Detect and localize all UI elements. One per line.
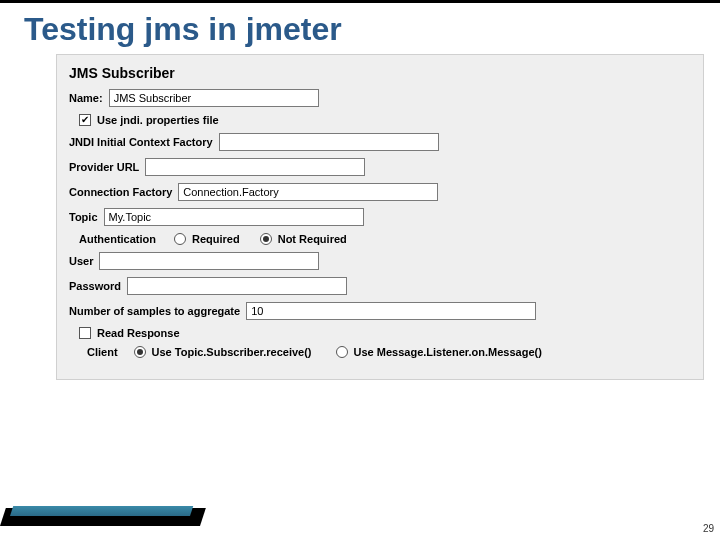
- client-row: Client Use Topic.Subscriber.receive() Us…: [87, 346, 691, 358]
- topic-input[interactable]: [104, 208, 364, 226]
- slide-accent: [0, 496, 220, 526]
- slide-title: Testing jms in jmeter: [0, 11, 720, 54]
- samples-label: Number of samples to aggregate: [69, 305, 240, 317]
- provider-url-input[interactable]: [145, 158, 365, 176]
- auth-required-label: Required: [192, 233, 240, 245]
- user-row: User: [69, 252, 691, 270]
- jndi-context-row: JNDI Initial Context Factory: [69, 133, 691, 151]
- topic-row: Topic: [69, 208, 691, 226]
- user-label: User: [69, 255, 93, 267]
- auth-required-radio[interactable]: [174, 233, 186, 245]
- jndi-context-input[interactable]: [219, 133, 439, 151]
- provider-url-label: Provider URL: [69, 161, 139, 173]
- read-response-row: Read Response: [79, 327, 691, 339]
- password-label: Password: [69, 280, 121, 292]
- read-response-checkbox[interactable]: [79, 327, 91, 339]
- auth-not-required-radio[interactable]: [260, 233, 272, 245]
- use-jndi-label: Use jndi. properties file: [97, 114, 219, 126]
- authentication-label: Authentication: [79, 233, 156, 245]
- auth-not-required-label: Not Required: [278, 233, 347, 245]
- config-panel: JMS Subscriber Name: ✔ Use jndi. propert…: [56, 54, 704, 380]
- samples-row: Number of samples to aggregate: [69, 302, 691, 320]
- user-input[interactable]: [99, 252, 319, 270]
- use-jndi-row: ✔ Use jndi. properties file: [79, 114, 691, 126]
- client-receive-radio[interactable]: [134, 346, 146, 358]
- connection-factory-label: Connection Factory: [69, 186, 172, 198]
- password-row: Password: [69, 277, 691, 295]
- authentication-row: Authentication Required Not Required: [79, 233, 691, 245]
- samples-input[interactable]: [246, 302, 536, 320]
- client-receive-label: Use Topic.Subscriber.receive(): [152, 346, 312, 358]
- page-number: 29: [703, 523, 714, 534]
- jndi-context-label: JNDI Initial Context Factory: [69, 136, 213, 148]
- connection-factory-row: Connection Factory: [69, 183, 691, 201]
- use-jndi-checkbox[interactable]: ✔: [79, 114, 91, 126]
- panel-heading: JMS Subscriber: [69, 65, 691, 81]
- name-input[interactable]: [109, 89, 319, 107]
- client-label: Client: [87, 346, 118, 358]
- client-listener-label: Use Message.Listener.on.Message(): [354, 346, 542, 358]
- client-listener-radio[interactable]: [336, 346, 348, 358]
- password-input[interactable]: [127, 277, 347, 295]
- name-row: Name:: [69, 89, 691, 107]
- connection-factory-input[interactable]: [178, 183, 438, 201]
- name-label: Name:: [69, 92, 103, 104]
- provider-url-row: Provider URL: [69, 158, 691, 176]
- read-response-label: Read Response: [97, 327, 180, 339]
- topic-label: Topic: [69, 211, 98, 223]
